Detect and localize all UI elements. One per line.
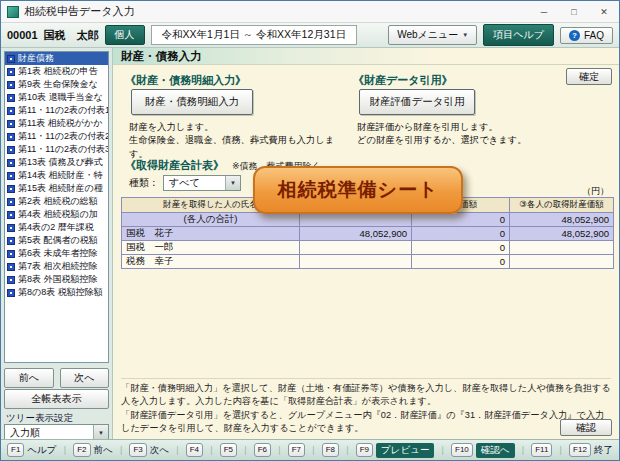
sidebar-item-label: 第8の8表 税額控除額 <box>18 286 103 299</box>
sidebar-item[interactable]: 第14表 相続財産・特 <box>5 169 108 182</box>
form-icon <box>7 55 15 63</box>
instruction-paragraph: 「財産評価データ引用」を選択すると、グループメニュー内『02．財産評価』の『31… <box>121 409 611 435</box>
sidebar-item[interactable]: 第1表 相続税の申告 <box>5 65 108 78</box>
person-name-cell: 国税 一郎 <box>122 241 300 255</box>
table-row[interactable]: 国税 一郎0 <box>122 241 614 255</box>
sidebar-item[interactable]: 第13表 債務及び葬式 <box>5 156 108 169</box>
table-row[interactable]: 税務 幸子0 <box>122 255 614 269</box>
sidebar-item-label: 第11・11の2表の付表2 <box>18 130 108 143</box>
client-code: 00001 <box>7 29 38 41</box>
sidebar-item[interactable]: 第15表 相続財産の種 <box>5 182 108 195</box>
sidebar-item-label: 第13表 債務及び葬式 <box>18 156 103 169</box>
person-name-cell: (各人の合計) <box>122 213 300 227</box>
separator: | <box>278 445 280 455</box>
sidebar-item-label: 第7表 相次相続控除 <box>18 260 98 273</box>
sidebar-item[interactable]: 第6表 未成年者控除 <box>5 247 108 260</box>
sidebar-item[interactable]: 第7表 相次相続控除 <box>5 260 108 273</box>
form-icon <box>7 224 15 232</box>
sidebar-item-label: 第1表 相続税の申告 <box>18 65 98 78</box>
form-icon <box>7 198 15 206</box>
amount-cell: 48,052,900 <box>510 213 614 227</box>
amount-cell: 48,052,900 <box>300 227 412 241</box>
amount-cell <box>300 255 412 269</box>
separator: | <box>210 445 212 455</box>
sidebar-item[interactable]: 第11・11の2表の付表1 <box>5 104 108 117</box>
fkey-f2-button[interactable]: F2前へ <box>73 443 113 457</box>
minimize-button[interactable]: ─ <box>529 1 559 22</box>
form-icon <box>7 250 15 258</box>
page-title: 財産・債務入力 <box>121 49 202 64</box>
fkey-f7-button[interactable]: F7 <box>288 443 305 457</box>
sidebar-item[interactable]: 第2表 相続税の総額 <box>5 195 108 208</box>
faq-button[interactable]: ? FAQ <box>560 27 613 44</box>
form-icon <box>7 237 15 245</box>
fkey-f4-button[interactable]: F4 <box>186 443 203 457</box>
amount-cell: 0 <box>412 227 510 241</box>
sidebar-item[interactable]: 第8表 外国税額控除 <box>5 273 108 286</box>
fkey-label: プレビュー <box>376 443 434 458</box>
sidebar-item[interactable]: 第4表 相続税額の加 <box>5 208 108 221</box>
property-debt-detail-button[interactable]: 財産・債務明細入力 <box>131 89 253 115</box>
next-button[interactable]: 次へ <box>60 368 110 388</box>
separator: | <box>120 445 122 455</box>
chevron-down-icon: ▼ <box>225 176 240 190</box>
fkey-f12-button[interactable]: F12終了 <box>569 443 613 457</box>
callout-overlay: 相続税準備シート <box>253 166 463 214</box>
check-button[interactable]: 確認 <box>560 419 612 436</box>
form-icon <box>7 211 15 219</box>
fkey-f3-button[interactable]: F3次へ <box>129 443 169 457</box>
sidebar-item[interactable]: 財産債務 <box>5 52 108 65</box>
maximize-button[interactable]: □ <box>559 1 589 22</box>
property-eval-quote-button[interactable]: 財産評価データ引用 <box>359 89 475 115</box>
sidebar-item[interactable]: 第10表 退職手当金な <box>5 91 108 104</box>
form-icon <box>7 172 15 180</box>
amount-cell: 0 <box>412 255 510 269</box>
fkey-cap: F2 <box>73 443 90 457</box>
close-button[interactable]: ✕ <box>589 1 619 22</box>
type-select-value: すべて <box>169 176 200 190</box>
web-menu-button[interactable]: Webメニュー ▼ <box>388 25 477 45</box>
amount-cell <box>510 241 614 255</box>
sidebar-item[interactable]: 第5表 配偶者の税額 <box>5 234 108 247</box>
fkey-f11-button[interactable]: F11 <box>531 443 552 457</box>
fkey-f10-button[interactable]: F10確認へ <box>451 443 515 458</box>
commit-button[interactable]: 確定 <box>566 68 612 85</box>
person-name-cell: 税務 幸子 <box>122 255 300 269</box>
person-type-badge[interactable]: 個人 <box>105 25 145 45</box>
sidebar-item[interactable]: 第4表の2 暦年課税 <box>5 221 108 234</box>
sidebar-item-label: 第4表の2 暦年課税 <box>18 221 94 234</box>
fkey-f6-button[interactable]: F6 <box>254 443 271 457</box>
fkey-f9-button[interactable]: F9プレビュー <box>356 443 435 458</box>
type-select[interactable]: すべて ▼ <box>163 175 241 191</box>
sidebar-item[interactable]: 第11・11の2表の付表2 <box>5 130 108 143</box>
table-row[interactable]: (各人の合計)048,052,900 <box>122 213 614 227</box>
web-menu-label: Webメニュー <box>397 28 458 42</box>
quote-section-heading: 《財産データ引用》 <box>353 73 453 88</box>
form-icon <box>7 107 15 115</box>
fkey-label: ヘルプ <box>27 444 56 457</box>
fkey-f5-button[interactable]: F5 <box>220 443 237 457</box>
separator: | <box>244 445 246 455</box>
client-name: 国税 太郎 <box>44 28 99 43</box>
sidebar-item-label: 第15表 相続財産の種 <box>18 182 103 195</box>
prev-button[interactable]: 前へ <box>4 368 54 388</box>
fkey-label: 終了 <box>594 444 613 457</box>
fkey-f8-button[interactable]: F8 <box>322 443 339 457</box>
table-row[interactable]: 国税 花子48,052,900048,052,900 <box>122 227 614 241</box>
item-help-button[interactable]: 項目ヘルプ <box>483 24 554 46</box>
quote-section-desc: 財産評価から財産を引用します。 どの財産を引用するか、選択できます。 <box>357 121 602 148</box>
fkey-cap: F12 <box>569 443 591 457</box>
show-all-forms-button[interactable]: 全帳表表示 <box>4 389 109 409</box>
quote-desc-line2: どの財産を引用するか、選択できます。 <box>357 134 602 147</box>
fkey-f1-button[interactable]: F1ヘルプ <box>7 443 57 457</box>
sidebar-item[interactable]: 第8の8表 税額控除額 <box>5 286 108 299</box>
amount-cell <box>510 255 614 269</box>
sidebar-item[interactable]: 第11表 相続税がかか <box>5 117 108 130</box>
sidebar-item[interactable]: 第9表 生命保険金な <box>5 78 108 91</box>
total-section-heading: 《取得財産合計表》 <box>125 158 224 173</box>
sidebar-item-label: 第10表 退職手当金な <box>18 91 103 104</box>
sidebar-item[interactable]: 第11・11の2表の付表3 <box>5 143 108 156</box>
amount-cell: 0 <box>412 213 510 227</box>
faq-label: FAQ <box>584 30 604 41</box>
form-icon <box>7 68 15 76</box>
